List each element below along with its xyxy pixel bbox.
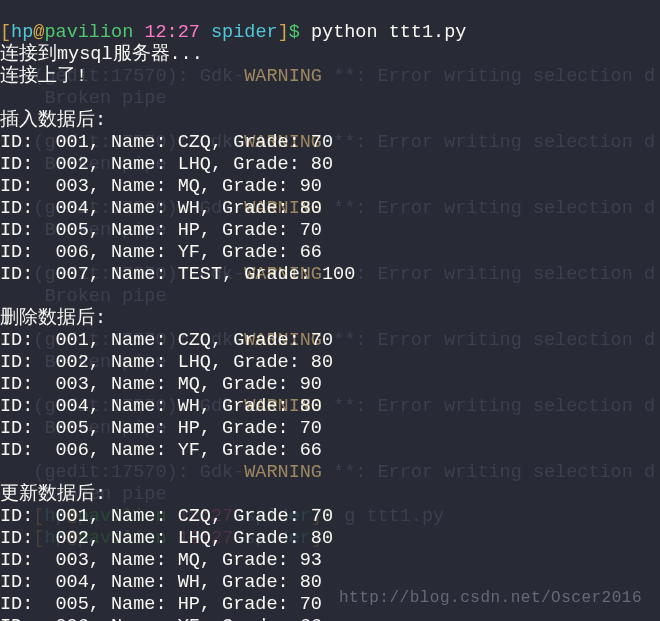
- data-row: ID: 004, Name: WH, Grade: 80: [0, 198, 322, 219]
- prompt-dir: spider: [211, 22, 278, 43]
- prompt-sep: [200, 22, 211, 43]
- data-row: ID: 002, Name: LHQ, Grade: 80: [0, 352, 333, 373]
- command-text: python ttt1.py: [300, 22, 467, 43]
- prompt-bracket: [: [0, 22, 11, 43]
- prompt-line[interactable]: [hp@pavilion 12:27 spider]$ python ttt1.…: [0, 22, 466, 43]
- prompt-user: hp: [11, 22, 33, 43]
- prompt-dollar: $: [289, 22, 300, 43]
- prompt-at: @: [33, 22, 44, 43]
- data-row: ID: 001, Name: CZQ, Grade: 70: [0, 330, 333, 351]
- output-header-update: 更新数据后:: [0, 484, 106, 505]
- data-row: ID: 002, Name: LHQ, Grade: 80: [0, 528, 333, 549]
- data-row: ID: 002, Name: LHQ, Grade: 80: [0, 154, 333, 175]
- data-row: ID: 006, Name: YF, Grade: 66: [0, 242, 322, 263]
- data-row: ID: 003, Name: MQ, Grade: 90: [0, 176, 322, 197]
- data-row: ID: 003, Name: MQ, Grade: 90: [0, 374, 322, 395]
- data-row: ID: 006, Name: YF, Grade: 66: [0, 616, 322, 621]
- data-row: ID: 005, Name: HP, Grade: 70: [0, 220, 322, 241]
- prompt-time: 12:27: [144, 22, 200, 43]
- data-row: ID: 001, Name: CZQ, Grade: 70: [0, 132, 333, 153]
- prompt-host: pavilion: [44, 22, 133, 43]
- output-header-insert: 插入数据后:: [0, 110, 106, 131]
- prompt-bracket: ]: [278, 22, 289, 43]
- watermark-url: http://blog.csdn.net/Oscer2016: [339, 587, 642, 609]
- data-row: ID: 007, Name: TEST, Grade: 100: [0, 264, 355, 285]
- data-row: ID: 006, Name: YF, Grade: 66: [0, 440, 322, 461]
- data-row: ID: 004, Name: WH, Grade: 80: [0, 396, 322, 417]
- data-row: ID: 004, Name: WH, Grade: 80: [0, 572, 322, 593]
- data-row: ID: 001, Name: CZQ, Grade: 70: [0, 506, 333, 527]
- terminal-foreground[interactable]: [hp@pavilion 12:27 spider]$ python ttt1.…: [0, 0, 660, 621]
- output-line: 连接上了!: [0, 66, 87, 87]
- data-row: ID: 005, Name: HP, Grade: 70: [0, 418, 322, 439]
- output-line: 连接到mysql服务器...: [0, 44, 203, 65]
- data-row: ID: 005, Name: HP, Grade: 70: [0, 594, 322, 615]
- data-row: ID: 003, Name: MQ, Grade: 93: [0, 550, 322, 571]
- output-header-delete: 删除数据后:: [0, 308, 106, 329]
